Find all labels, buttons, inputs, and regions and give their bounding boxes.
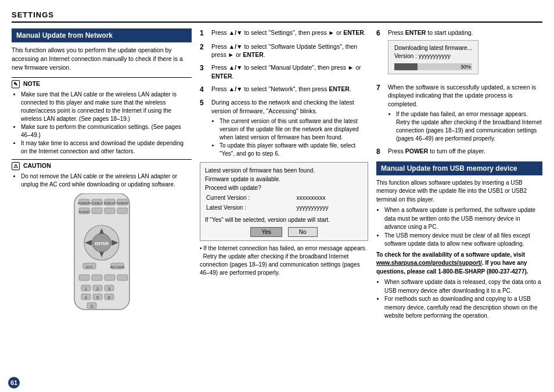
step-6-num: 6: [376, 28, 386, 79]
usb-bullet-list: When a software update is performed, the…: [376, 206, 542, 249]
svg-rect-27: [105, 275, 115, 280]
step-6-content: Press ENTER to start updating. Downloadi…: [388, 28, 479, 79]
step-7-sublist: If the update has failed, an error messa…: [388, 110, 542, 143]
step-8-num: 8: [376, 147, 386, 157]
downloading-version-value: yyyyyyyyyyy: [419, 53, 451, 59]
usb-section: Manual Update from USB memory device Thi…: [376, 161, 542, 321]
usb-section-header: Manual Update from USB memory device: [376, 161, 542, 175]
fw-current-label: Current Version :: [206, 193, 296, 202]
usb-bullet-3: When software update data is released, c…: [384, 278, 542, 295]
remote-illustration: POWER CH/BLU DISPLAY TV/INPUT AUDIO: [12, 193, 192, 312]
step-7-content: When the software is successfully update…: [388, 83, 542, 143]
caution-list: Do not remove the LAN cable or the wirel…: [12, 172, 192, 189]
note-item-1: Make sure that the LAN cable or the wire…: [21, 91, 192, 123]
svg-text:POWER: POWER: [77, 202, 91, 205]
fw-line2: Firmware update is available.: [205, 175, 363, 184]
svg-rect-26: [92, 275, 102, 280]
svg-text:1: 1: [85, 287, 87, 291]
step-2-text: Press ▲/▼ to select "Software Update Set…: [211, 43, 357, 59]
right-step-7: 7 When the software is successfully upda…: [376, 83, 542, 143]
middle-column: 1 Press ▲/▼ to select "Settings", then p…: [200, 28, 368, 323]
svg-text:3: 3: [108, 287, 110, 291]
step-5-content: During access to the network and checkin…: [211, 98, 368, 157]
steps-list: 1 Press ▲/▼ to select "Settings", then p…: [200, 28, 368, 158]
svg-text:DISPLAY: DISPLAY: [103, 202, 116, 205]
usb-bold-para: To check for the availability of a softw…: [376, 251, 542, 276]
step-1: 1 Press ▲/▼ to select "Settings", then p…: [200, 28, 368, 38]
right-column: 6 Press ENTER to start updating. Downloa…: [376, 28, 542, 323]
svg-text:RETURN: RETURN: [110, 265, 124, 269]
usb-body: This function allows software updates by…: [376, 179, 542, 321]
step-2: 2 Press ▲/▼ to select "Software Update S…: [200, 42, 368, 59]
svg-rect-13: [117, 208, 128, 214]
right-step-6: 6 Press ENTER to start updating. Downloa…: [376, 28, 542, 79]
step-7-num: 7: [376, 83, 386, 143]
fw-line1: Latest version of firmware has been foun…: [205, 166, 363, 175]
downloading-box: Downloading latest firmware... Version :…: [388, 40, 479, 74]
svg-text:6: 6: [108, 296, 110, 300]
page-number: 61: [8, 377, 20, 389]
svg-text:CH/BLU: CH/BLU: [91, 202, 102, 205]
step-7-text: When the software is successfully update…: [388, 84, 536, 107]
step-6-text: Press ENTER to start updating.: [388, 29, 473, 36]
usb-bullet-2: The USB memory device must be clear of a…: [384, 232, 542, 249]
fw-latest-value: yyyyyyyyyyy: [297, 203, 362, 212]
step-4: 4 Press ▲/▼ to select "Network", then pr…: [200, 85, 368, 95]
fw-no-button[interactable]: No: [288, 227, 318, 237]
fw-note: If "Yes" will be selected, version updat…: [205, 215, 363, 224]
step-3: 3 Press ▲/▼ to select "Manual Update", t…: [200, 63, 368, 80]
usb-bullet-4: For methods such as downloading and copy…: [384, 295, 542, 321]
fw-current-value: xxxxxxxxxx: [297, 193, 362, 202]
note-list: Make sure that the LAN cable or the wire…: [12, 91, 192, 156]
step-3-num: 3: [200, 63, 209, 80]
progress-bar-inner: [394, 63, 418, 70]
svg-rect-12: [105, 208, 115, 214]
fw-yes-button[interactable]: Yes: [250, 227, 282, 237]
caution-header: ⚠ CAUTION: [12, 162, 192, 170]
fw-line3: Proceed with update?: [205, 184, 363, 192]
step-5-sublist: The current version of this unit softwar…: [211, 117, 368, 158]
step-1-text: Press ▲/▼ to select "Settings", then pre…: [211, 29, 366, 36]
svg-rect-25: [79, 275, 89, 280]
remote-svg: POWER CH/BLU DISPLAY TV/INPUT AUDIO: [57, 193, 147, 312]
svg-rect-11: [92, 208, 102, 214]
note-item-2: Make sure to perform the communication s…: [21, 123, 192, 139]
step-3-content: Press ▲/▼ to select "Manual Update", the…: [211, 63, 368, 80]
page: SETTINGS Manual Update from Network This…: [0, 0, 554, 392]
svg-text:EXT: EXT: [86, 265, 93, 269]
step-4-num: 4: [200, 85, 209, 95]
step-5-num: 5: [200, 98, 209, 157]
usb-intro: This function allows software updates by…: [376, 179, 542, 204]
page-title: SETTINGS: [12, 10, 542, 23]
step-5-sub-2: To update this player software with upda…: [220, 142, 368, 158]
caution-icon: ⚠: [12, 162, 20, 170]
right-step-8: 8 Press POWER to turn off the player.: [376, 147, 542, 157]
fw-button-row: Yes No: [205, 227, 363, 237]
step-8-content: Press POWER to turn off the player.: [388, 147, 485, 157]
step-4-content: Press ▲/▼ to select "Network", then pres…: [211, 85, 368, 95]
step-1-content: Press ▲/▼ to select "Settings", then pre…: [211, 28, 368, 38]
note-icon: ✎: [12, 80, 20, 88]
step-5-text: During access to the network and checkin…: [211, 99, 354, 114]
step-2-content: Press ▲/▼ to select "Software Update Set…: [211, 42, 368, 59]
svg-rect-28: [117, 275, 128, 280]
caution-item-1: Do not remove the LAN cable or the wirel…: [21, 172, 192, 189]
step-5: 5 During access to the network and check…: [200, 98, 368, 157]
step-8-text: Press POWER to turn off the player.: [388, 148, 485, 154]
firmware-dialog-box: Latest version of firmware has been foun…: [200, 162, 368, 241]
downloading-version-label: Version :: [394, 53, 417, 59]
left-intro-text: This function allows you to perform the …: [12, 46, 192, 73]
fw-version-table: Current Version : xxxxxxxxxx Latest Vers…: [205, 192, 363, 213]
svg-text:0: 0: [91, 304, 93, 308]
step-7-sub-1: If the update has failed, an error messa…: [396, 110, 542, 143]
left-column: Manual Update from Network This function…: [12, 28, 192, 323]
page-num-circle: 61: [8, 377, 20, 389]
step-1-num: 1: [200, 28, 209, 38]
progress-bar-outer: 30%: [394, 63, 472, 70]
svg-text:ENTER: ENTER: [95, 242, 109, 246]
step-4-text: Press ▲/▼ to select "Network", then pres…: [211, 85, 351, 92]
after-firmware-note: • If the Internet connection has failed,…: [200, 244, 368, 277]
svg-text:5: 5: [96, 296, 99, 300]
step-5-sub-1: The current version of this unit softwar…: [220, 117, 368, 142]
right-steps-list: 6 Press ENTER to start updating. Downloa…: [376, 28, 542, 157]
